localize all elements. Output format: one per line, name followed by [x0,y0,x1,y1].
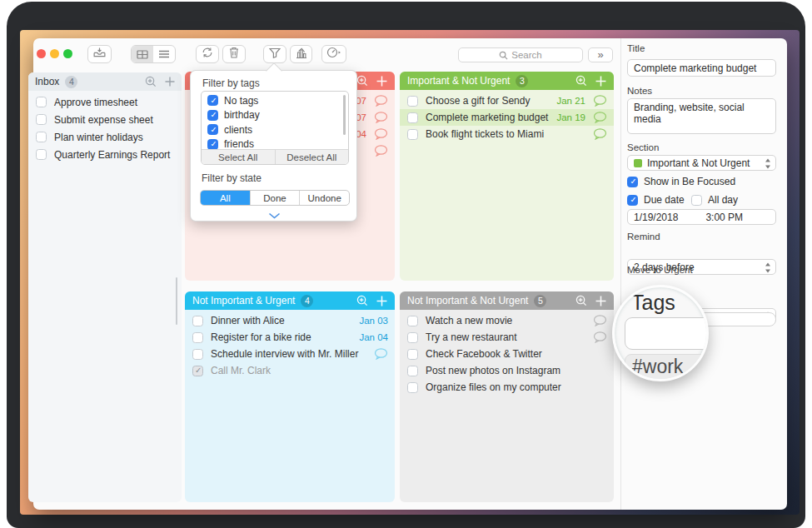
task-label: Call Mr. Clark [211,365,271,376]
due-date-checkbox[interactable] [627,195,638,206]
select-all-button[interactable]: Select All [202,150,275,164]
title-input[interactable] [627,59,776,77]
deselect-all-button[interactable]: Deselect All [275,150,349,164]
task-checkbox[interactable] [407,112,418,123]
close-window-button[interactable] [37,49,46,58]
task-checkbox[interactable] [407,129,418,140]
task-checkbox[interactable] [192,349,203,360]
stepper-icon [765,262,771,276]
task-row[interactable]: Register for a bike ride Jan 04 [185,329,395,346]
task-checkbox[interactable] [407,382,418,393]
task-row[interactable]: Complete marketing budget Jan 19 [400,109,614,126]
trash-icon [229,47,239,62]
refresh-button[interactable] [196,45,219,63]
sidebar-divider [620,38,621,510]
task-checkbox[interactable] [36,132,47,142]
inbox-panel: Inbox 4 Approve timesheet Submit expense… [28,72,182,502]
due-time-value[interactable]: 3:00 PM [705,212,743,223]
tag-filter-row[interactable]: clients [202,122,348,137]
notes-input[interactable]: Branding, website, social media [627,98,776,134]
chevron-down-icon[interactable] [268,207,281,222]
zoom-in-icon[interactable] [356,75,368,87]
inbox-task-row[interactable]: Submit expense sheet [28,111,182,128]
task-checkbox[interactable] [407,366,418,376]
inbox-task-row[interactable]: Quarterly Earnings Report [28,146,182,163]
comment-icon [593,128,607,140]
task-row[interactable]: Schedule interview with Mr. Miller [185,346,395,362]
quadrant-task-list: Watch a new movie Try a new restaurant C… [400,310,614,396]
quadrant-title: Not Important & Urgent [192,295,295,306]
scrollbar-thumb[interactable] [176,277,177,325]
search-input[interactable]: Search [458,47,583,62]
scrollbar-thumb[interactable] [343,95,346,135]
task-due-date: Jan 03 [359,316,388,326]
add-task-icon[interactable] [376,76,387,87]
inbox-tray-icon [92,47,107,62]
all-day-checkbox[interactable] [691,195,702,206]
task-checkbox[interactable] [407,332,418,343]
zoom-in-icon[interactable] [575,75,587,87]
tag-checkbox[interactable] [207,110,218,121]
task-checkbox[interactable] [36,149,47,160]
task-checkbox[interactable] [407,349,418,360]
task-row[interactable]: Choose a gift for Sendy Jan 21 [400,92,614,109]
zoom-in-icon[interactable] [356,295,368,306]
task-row[interactable]: Dinner with Alice Jan 03 [185,312,395,329]
section-select[interactable]: Important & Not Urgent [627,155,776,171]
refresh-icon [202,47,213,62]
filter-state-segment[interactable]: Done [250,191,300,205]
due-date-label: Due date [644,194,685,206]
inbox-task-row[interactable]: Approve timesheet [28,93,182,111]
statistics-button[interactable] [290,45,312,63]
tag-checkbox[interactable] [207,95,218,106]
zoom-window-button[interactable] [63,49,72,58]
task-row[interactable]: Watch a new movie [400,312,614,329]
add-task-icon[interactable] [165,77,175,87]
add-task-icon[interactable] [376,296,387,306]
task-row[interactable]: Book flight tickets to Miami [400,126,614,142]
add-task-icon[interactable] [595,296,606,306]
task-checkbox[interactable] [407,96,418,107]
task-checkbox[interactable] [192,316,203,326]
filter-state-segment[interactable]: Undone [299,191,349,205]
tag-checkbox[interactable] [207,139,218,150]
search-placeholder: Search [511,50,541,60]
filter-button[interactable] [263,45,286,63]
task-checkbox[interactable] [192,366,203,376]
task-row[interactable]: Check Facebook & Twitter [400,346,614,362]
task-row[interactable]: Call Mr. Clark [185,362,395,379]
section-label: Section [627,142,659,152]
timer-button[interactable] [321,45,346,63]
tags-input-magnified[interactable] [625,317,709,350]
task-checkbox[interactable] [407,316,418,326]
show-in-be-focused-checkbox[interactable] [627,177,638,187]
task-checkbox[interactable] [36,97,47,107]
task-row[interactable]: Organize files on my computer [400,379,614,396]
task-checkbox[interactable] [36,114,47,125]
list-view-button[interactable] [153,46,175,62]
zoom-in-icon[interactable] [145,76,157,87]
delete-button[interactable] [222,45,246,63]
grid-view-button[interactable] [132,46,153,62]
tag-checkbox[interactable] [207,124,218,135]
expand-toolbar-button[interactable]: » [588,47,613,62]
filter-by-tags-label: Filter by tags [202,77,260,89]
task-row[interactable]: Try a new restaurant [400,329,614,346]
inbox-toolbar-button[interactable] [87,45,112,63]
tag-filter-row[interactable]: birthday [202,108,348,123]
add-task-icon[interactable] [595,76,606,87]
inbox-task-row[interactable]: Plan winter holidays [28,128,182,146]
task-checkbox[interactable] [192,332,203,343]
all-day-row: All day [691,194,738,206]
task-row[interactable]: Post new photos on Instagram [400,362,614,379]
quadrant-task-list: Dinner with Alice Jan 03 Register for a … [185,310,395,379]
filter-state-segment[interactable]: All [201,191,250,205]
inbox-header: Inbox 4 [28,72,182,91]
due-datetime-field[interactable]: 1/19/2018 3:00 PM [627,209,776,225]
due-date-value[interactable]: 1/19/2018 [634,212,678,223]
minimize-window-button[interactable] [50,49,59,58]
tag-filter-row[interactable]: No tags [202,93,348,108]
show-in-be-focused-row: Show in Be Focused [627,176,735,187]
zoom-in-icon[interactable] [575,295,587,306]
filter-by-state-label: Filter by state [202,172,262,184]
